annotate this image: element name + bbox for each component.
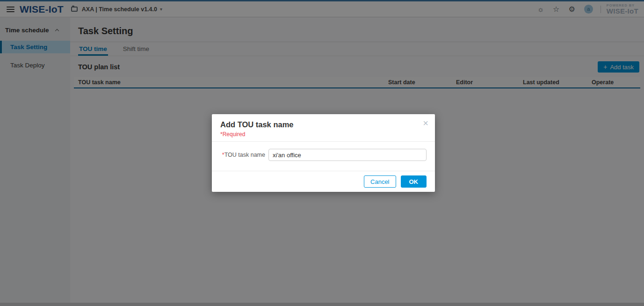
- modal-footer: Cancel OK: [212, 171, 435, 192]
- field-label: *TOU task name: [220, 152, 265, 158]
- modal-header: Add TOU task name *Required ×: [212, 114, 435, 142]
- close-icon[interactable]: ×: [423, 118, 428, 128]
- app-window: WISE-IoT AXA | Time schedule v1.4.0 ▾ ☼ …: [0, 0, 644, 306]
- required-note: *Required: [220, 131, 427, 138]
- add-tou-task-modal: Add TOU task name *Required × *TOU task …: [212, 114, 435, 192]
- modal-title: Add TOU task name: [220, 120, 427, 129]
- tou-task-name-input[interactable]: [268, 149, 427, 161]
- modal-body: *TOU task name: [212, 142, 435, 171]
- field-label-text: TOU task name: [224, 152, 265, 158]
- cancel-button[interactable]: Cancel: [364, 175, 396, 188]
- ok-button[interactable]: OK: [401, 175, 427, 188]
